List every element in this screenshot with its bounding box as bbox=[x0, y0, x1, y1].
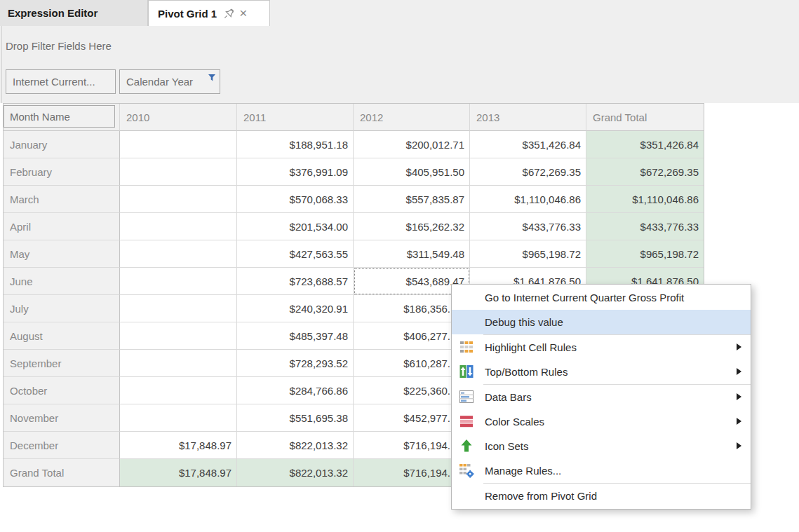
row-header-july[interactable]: July bbox=[4, 295, 120, 322]
pivot-row-april: April$201,534.00$165,262.32$433,776.33$4… bbox=[4, 213, 704, 240]
menu-item-top-bottom-rules[interactable]: Top/Bottom Rules bbox=[452, 360, 751, 384]
data-cell-february-2012[interactable]: $405,951.50 bbox=[354, 158, 470, 186]
data-cell-may-2013[interactable]: $965,198.72 bbox=[470, 240, 586, 268]
data-cell-april-2012[interactable]: $165,262.32 bbox=[354, 213, 470, 240]
menu-item-data-bars[interactable]: Data Bars bbox=[452, 385, 751, 409]
tab-pivot-grid-1[interactable]: Pivot Grid 1 × bbox=[148, 0, 270, 26]
data-cell-august-2010[interactable] bbox=[120, 322, 237, 350]
data-cell-february-2013[interactable]: $672,269.35 bbox=[470, 158, 586, 186]
data-cell-march-2013[interactable]: $1,110,046.86 bbox=[470, 186, 586, 213]
submenu-arrow-icon bbox=[737, 343, 741, 350]
filter-field-internet-current[interactable]: Internet Current... bbox=[6, 69, 116, 94]
data-cell-april-2011[interactable]: $201,534.00 bbox=[237, 213, 354, 240]
data-cell-may-grand-total[interactable]: $965,198.72 bbox=[586, 240, 704, 268]
data-bars-icon bbox=[459, 389, 474, 404]
menu-item-icon-sets[interactable]: Icon Sets bbox=[452, 434, 751, 458]
manage-rules-icon bbox=[459, 463, 474, 478]
data-cell-february-grand-total[interactable]: $672,269.35 bbox=[586, 158, 704, 186]
menu-item-color-scales[interactable]: Color Scales bbox=[452, 409, 751, 434]
column-header-2010[interactable]: 2010 bbox=[120, 104, 237, 131]
row-header-march[interactable]: March bbox=[4, 186, 120, 213]
data-cell-april-2010[interactable] bbox=[120, 213, 237, 240]
row-header-november[interactable]: November bbox=[4, 404, 120, 432]
menu-item-debug-this-value[interactable]: Debug this value bbox=[452, 310, 751, 334]
row-header-december[interactable]: December bbox=[4, 432, 120, 459]
data-cell-december-2010[interactable]: $17,848.97 bbox=[120, 432, 237, 459]
row-field-month-name[interactable]: Month Name bbox=[4, 105, 115, 128]
data-cell-january-2011[interactable]: $188,951.18 bbox=[237, 131, 354, 158]
pivot-row-february: February$376,991.09$405,951.50$672,269.3… bbox=[4, 158, 704, 186]
row-field-month-name-label: Month Name bbox=[10, 111, 70, 123]
data-cell-july-2010[interactable] bbox=[120, 295, 237, 322]
close-icon[interactable]: × bbox=[239, 8, 247, 18]
menu-item-label: Color Scales bbox=[485, 416, 544, 428]
row-header-grand-total[interactable]: Grand Total bbox=[4, 459, 120, 486]
row-header-january[interactable]: January bbox=[4, 131, 120, 158]
data-cell-january-2013[interactable]: $351,426.84 bbox=[470, 131, 586, 158]
pivot-row-march: March$570,068.33$557,835.87$1,110,046.86… bbox=[4, 186, 704, 213]
row-header-october[interactable]: October bbox=[4, 377, 120, 404]
data-cell-grand-total-2011[interactable]: $822,013.32 bbox=[237, 459, 354, 486]
data-cell-july-2011[interactable]: $240,320.91 bbox=[237, 295, 354, 322]
data-cell-april-grand-total[interactable]: $433,776.33 bbox=[586, 213, 704, 240]
menu-item-go-to-internet-current-quarter-gross-profit[interactable]: Go to Internet Current Quarter Gross Pro… bbox=[452, 285, 751, 310]
top-bottom-rules-icon bbox=[459, 364, 474, 379]
data-cell-june-2010[interactable] bbox=[120, 268, 237, 295]
data-cell-january-2012[interactable]: $200,012.71 bbox=[354, 131, 470, 158]
row-header-april[interactable]: April bbox=[4, 213, 120, 240]
color-scales-icon bbox=[459, 414, 474, 429]
tab-icons: × bbox=[224, 8, 247, 19]
data-cell-january-grand-total[interactable]: $351,426.84 bbox=[586, 131, 704, 158]
tab-expression-editor[interactable]: Expression Editor bbox=[0, 0, 148, 26]
data-cell-march-2011[interactable]: $570,068.33 bbox=[237, 186, 354, 213]
data-cell-may-2011[interactable]: $427,563.55 bbox=[237, 240, 354, 268]
row-header-june[interactable]: June bbox=[4, 268, 120, 295]
data-cell-june-2011[interactable]: $723,688.57 bbox=[237, 268, 354, 295]
data-cell-may-2010[interactable] bbox=[120, 240, 237, 268]
data-cell-february-2010[interactable] bbox=[120, 158, 237, 186]
tab-pivot-grid-1-label: Pivot Grid 1 bbox=[158, 8, 217, 20]
data-cell-september-2010[interactable] bbox=[120, 350, 237, 377]
data-cell-april-2013[interactable]: $433,776.33 bbox=[470, 213, 586, 240]
data-cell-february-2011[interactable]: $376,991.09 bbox=[237, 158, 354, 186]
submenu-arrow-icon bbox=[737, 393, 741, 400]
pin-icon[interactable] bbox=[224, 8, 234, 19]
data-cell-october-2010[interactable] bbox=[120, 377, 237, 404]
data-cell-october-2011[interactable]: $284,766.86 bbox=[237, 377, 354, 404]
data-cell-grand-total-2010[interactable]: $17,848.97 bbox=[120, 459, 237, 486]
filter-funnel-icon[interactable] bbox=[208, 72, 216, 84]
menu-item-label: Data Bars bbox=[485, 391, 532, 403]
row-header-may[interactable]: May bbox=[4, 240, 120, 268]
row-header-august[interactable]: August bbox=[4, 322, 120, 350]
data-cell-november-2010[interactable] bbox=[120, 404, 237, 432]
filter-field-calendar-year-label: Calendar Year bbox=[126, 76, 193, 88]
menu-item-manage-rules[interactable]: Manage Rules... bbox=[452, 458, 751, 483]
data-cell-december-2011[interactable]: $822,013.32 bbox=[237, 432, 354, 459]
context-menu: Go to Internet Current Quarter Gross Pro… bbox=[451, 284, 751, 510]
submenu-arrow-icon bbox=[737, 418, 741, 425]
row-header-february[interactable]: February bbox=[4, 158, 120, 186]
menu-item-label: Debug this value bbox=[485, 316, 563, 328]
column-header-2012[interactable]: 2012 bbox=[354, 104, 470, 131]
column-header-2011[interactable]: 2011 bbox=[237, 104, 354, 131]
data-cell-november-2011[interactable]: $551,695.38 bbox=[237, 404, 354, 432]
data-cell-march-2010[interactable] bbox=[120, 186, 237, 213]
menu-item-label: Remove from Pivot Grid bbox=[485, 490, 597, 502]
data-cell-september-2011[interactable]: $728,293.52 bbox=[237, 350, 354, 377]
menu-item-remove-from-pivot-grid[interactable]: Remove from Pivot Grid bbox=[452, 484, 751, 508]
column-header-grand-total[interactable]: Grand Total bbox=[586, 104, 704, 131]
highlight-cell-rules-icon bbox=[459, 339, 474, 355]
row-header-september[interactable]: September bbox=[4, 350, 120, 377]
submenu-arrow-icon bbox=[737, 368, 741, 375]
data-cell-august-2011[interactable]: $485,397.48 bbox=[237, 322, 354, 350]
icon-sets-icon bbox=[459, 438, 474, 453]
column-header-2013[interactable]: 2013 bbox=[470, 104, 586, 131]
menu-item-highlight-cell-rules[interactable]: Highlight Cell Rules bbox=[452, 335, 751, 360]
data-cell-may-2012[interactable]: $311,549.48 bbox=[354, 240, 470, 268]
data-cell-march-2012[interactable]: $557,835.87 bbox=[354, 186, 470, 213]
data-cell-march-grand-total[interactable]: $1,110,046.86 bbox=[586, 186, 704, 213]
filter-field-calendar-year[interactable]: Calendar Year bbox=[119, 69, 220, 94]
panel-left-border bbox=[1, 26, 2, 103]
data-cell-january-2010[interactable] bbox=[120, 131, 237, 158]
menu-item-label: Icon Sets bbox=[485, 440, 529, 452]
